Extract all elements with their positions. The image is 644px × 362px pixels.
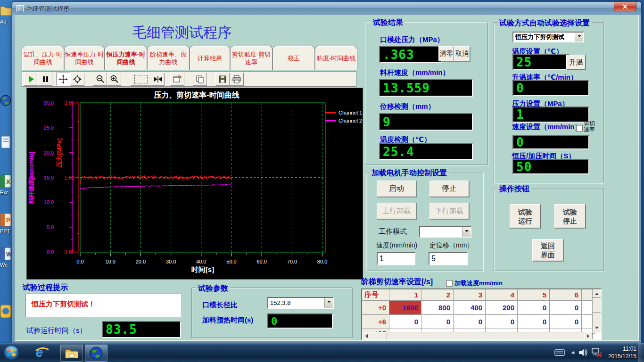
- fit-axes-button[interactable]: [151, 73, 165, 86]
- zoom-in-button[interactable]: [107, 73, 121, 86]
- table-cell[interactable]: 0: [550, 301, 582, 315]
- ram-speed-display: 13.559: [379, 79, 473, 97]
- desktop-excel-icon[interactable]: X: [0, 174, 12, 189]
- tab-const-pressure-rate[interactable]: 恒压力速率-时间曲线: [105, 46, 147, 70]
- save-button[interactable]: [215, 73, 230, 86]
- cancel-button[interactable]: 取消: [454, 46, 470, 61]
- scroll-right-icon[interactable]: [584, 332, 593, 340]
- tray-volume-icon[interactable]: [578, 348, 588, 357]
- test-mode-combo[interactable]: 恒压力下剪切测试: [512, 32, 584, 42]
- table-horizontal-scrollbar[interactable]: [362, 332, 593, 339]
- tab-calc-results[interactable]: 计算结果: [190, 46, 230, 70]
- die-ratio-label: 口模长径比: [202, 301, 238, 310]
- settings-button[interactable]: [170, 73, 184, 86]
- run-button[interactable]: [24, 73, 38, 86]
- work-mode-combo[interactable]: [419, 226, 471, 238]
- die-ratio-combo[interactable]: 152:3.8: [267, 297, 334, 309]
- clock-time: 11:01: [603, 345, 636, 353]
- settings-icon: [173, 74, 182, 84]
- motor-down-load-button[interactable]: 下行加载: [429, 203, 469, 219]
- svg-text:25.0: 25.0: [44, 125, 54, 131]
- table-cell[interactable]: 800: [421, 301, 454, 315]
- table-vertical-scrollbar[interactable]: [592, 289, 601, 332]
- table-cell[interactable]: 0: [454, 315, 486, 329]
- zoom-out-button[interactable]: [93, 73, 107, 86]
- shear-rate-checkbox-label: 剪切速率: [584, 121, 597, 133]
- scroll-down-icon[interactable]: [593, 324, 601, 332]
- taskbar-ie-icon[interactable]: e: [34, 345, 50, 360]
- table-cell[interactable]: 0: [389, 315, 421, 329]
- table-cell[interactable]: 0: [518, 315, 550, 329]
- desktop-icon-label: Exc: [0, 189, 12, 195]
- pressure-set-display: 1: [512, 107, 589, 123]
- table-cell[interactable]: 200: [486, 301, 518, 315]
- chevron-down-icon: [324, 298, 333, 308]
- close-button[interactable]: [614, 2, 636, 11]
- svg-text:20.0: 20.0: [44, 150, 54, 156]
- heat-up-button[interactable]: 升温: [566, 55, 586, 70]
- back-button[interactable]: 返回界面: [532, 239, 563, 261]
- desktop-word-icon[interactable]: W: [0, 247, 12, 261]
- taskbar-clock: 11:01 2015/12/15: [603, 345, 636, 360]
- die-ratio-value: 152:3.8: [270, 299, 290, 306]
- test-stop-button[interactable]: 试验停止: [554, 204, 586, 228]
- desktop-globe-icon[interactable]: [0, 94, 12, 108]
- zero-button[interactable]: 清零: [438, 46, 454, 61]
- jog-speed-label: 速度(mm/min): [376, 241, 417, 250]
- desktop-app-icon[interactable]: [0, 304, 12, 319]
- svg-text:50.0: 50.0: [226, 259, 236, 264]
- runtime-label: 试验运行时间（s）: [26, 326, 87, 335]
- tab-shear-viscosity[interactable]: 剪切黏度-剪切速率: [230, 46, 272, 70]
- scroll-up-icon[interactable]: [593, 289, 601, 298]
- load-speed-checkbox[interactable]: [446, 280, 453, 287]
- table-cell[interactable]: 0: [486, 315, 518, 329]
- tab-viscosity-time[interactable]: 粘度-时间曲线: [315, 46, 357, 70]
- show-desktop-button[interactable]: [638, 343, 644, 362]
- svg-text:10.0: 10.0: [105, 259, 115, 264]
- table-cell-selected[interactable]: 1600: [389, 301, 421, 315]
- pan-button[interactable]: [56, 73, 70, 86]
- table-cell[interactable]: 400: [454, 301, 486, 315]
- scroll-thumb[interactable]: [370, 332, 387, 340]
- table-cell[interactable]: 0: [550, 315, 582, 329]
- svg-text:2.00: 2.00: [65, 100, 74, 106]
- tab-temp-pressure-time[interactable]: 温升、压力-时间曲线: [22, 46, 64, 70]
- selection-box-button[interactable]: [131, 73, 151, 86]
- auto-test-group-title: 试验方式自动试验选择设置: [497, 18, 592, 28]
- clock-date: 2015/12/15: [603, 353, 636, 360]
- desktop-ppt-icon[interactable]: P: [0, 213, 12, 227]
- tab-const-rate-pressure[interactable]: 恒速率压力-时间曲线: [64, 46, 105, 70]
- scroll-left-icon[interactable]: [362, 332, 371, 340]
- svg-text:0.00: 0.00: [65, 249, 74, 255]
- zoom-tool-button[interactable]: [70, 73, 84, 86]
- params-group-title: 试验参数: [196, 284, 230, 294]
- desktop-folder-icon[interactable]: [0, 4, 12, 18]
- copy-button[interactable]: [193, 73, 207, 86]
- tray-keyboard-icon[interactable]: [554, 349, 565, 356]
- shear-rate-checkbox[interactable]: [576, 125, 583, 132]
- selection-box-icon: [134, 75, 148, 83]
- table-cell[interactable]: 0: [421, 315, 454, 329]
- motor-up-unload-button[interactable]: 上行卸载: [377, 203, 416, 219]
- motor-stop-button[interactable]: 停止: [429, 181, 469, 197]
- tab-calibration[interactable]: 校正: [272, 46, 315, 70]
- print-button[interactable]: [230, 73, 244, 86]
- start-button[interactable]: [3, 344, 20, 361]
- tray-network-icon[interactable]: [591, 347, 603, 358]
- scroll-thumb[interactable]: [593, 298, 601, 313]
- pause-button[interactable]: [38, 73, 52, 86]
- displacement-label: 位移检测（mm）: [380, 102, 435, 111]
- row-header: +0: [362, 301, 389, 315]
- jog-disp-input[interactable]: [429, 252, 468, 265]
- speed-set-display: 0: [512, 135, 589, 149]
- col-header: 1: [389, 289, 421, 301]
- motor-start-button[interactable]: 启动: [377, 181, 416, 197]
- tray-show-hidden-icon[interactable]: [571, 351, 575, 354]
- test-run-button[interactable]: 试验运行: [510, 204, 541, 228]
- graph-toolbar: [22, 71, 356, 87]
- taskbar-app-globe-button[interactable]: [85, 345, 107, 362]
- tab-step-rate-stress[interactable]: 阶梯速率、应力曲线: [147, 46, 190, 70]
- jog-speed-input[interactable]: [377, 252, 415, 265]
- table-cell[interactable]: 0: [518, 301, 550, 315]
- taskbar-explorer-button[interactable]: [60, 345, 83, 362]
